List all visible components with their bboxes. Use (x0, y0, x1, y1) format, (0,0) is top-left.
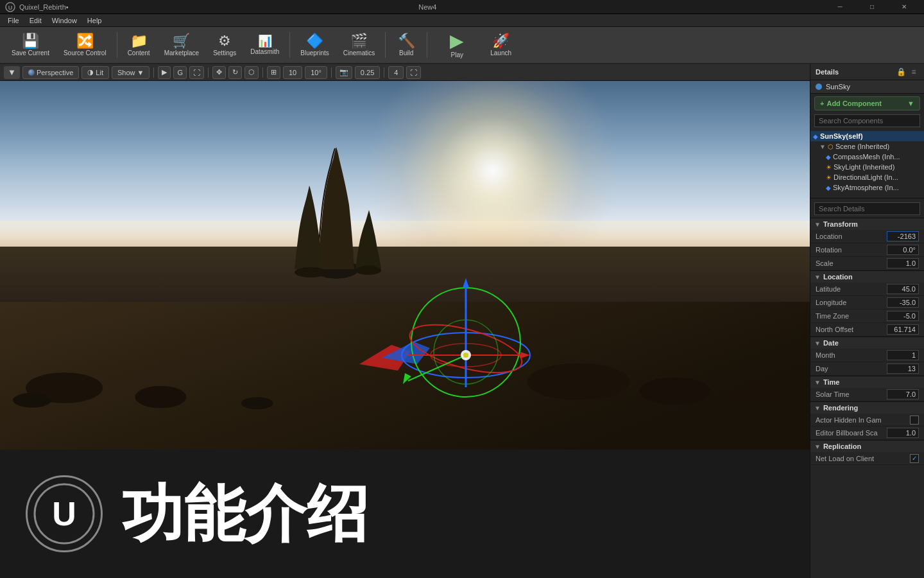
latitude-value[interactable]: 45.0 (887, 284, 919, 294)
time-section-header[interactable]: ▼ Time (810, 376, 924, 388)
vp-sep-4 (331, 67, 332, 78)
tree-item-dirlight[interactable]: ☀ DirectionalLight (In... (823, 172, 924, 182)
viewport-num-btn[interactable]: 4 (388, 66, 404, 79)
month-value[interactable]: 1 (887, 350, 919, 360)
viewport-num-label: 4 (394, 69, 398, 76)
grid-size-btn[interactable]: 10 (283, 66, 302, 79)
snap-angle-btn[interactable]: 10° (305, 66, 327, 79)
solartime-value[interactable]: 7.0 (887, 389, 919, 399)
menu-help[interactable]: Help (82, 14, 107, 27)
cinematics-button[interactable]: 🎬 Cinematics (337, 28, 381, 62)
northoffset-value[interactable]: 61.714 (887, 324, 919, 335)
date-section-header[interactable]: ▼ Date (810, 337, 924, 349)
prop-rotation: Rotation 0.0° (810, 243, 924, 257)
prop-scale: Scale 1.0 (810, 257, 924, 270)
prop-actor-hidden: Actor Hidden In Gam (810, 414, 924, 426)
scale-value[interactable]: 1.0 (887, 258, 919, 268)
launch-button[interactable]: 🚀 Launch (484, 28, 518, 62)
lock-icon[interactable]: 🔒 (896, 67, 906, 77)
datasmith-button[interactable]: 📊 Datasmith (244, 28, 286, 62)
svg-marker-20 (520, 352, 530, 358)
actor-hidden-label: Actor Hidden In Gam (816, 416, 910, 424)
content-button[interactable]: 📁 Content (121, 28, 157, 62)
camera-speed-btn[interactable]: 📷 (336, 66, 352, 79)
svg-point-6 (135, 386, 186, 408)
billboard-scale-value[interactable]: 1.0 (887, 428, 919, 438)
toolbar-separator-3 (385, 32, 386, 58)
scale-button[interactable]: ⬡ (244, 66, 259, 79)
panel-icons: 🔒 ≡ (896, 67, 919, 77)
close-button[interactable]: ✕ (889, 0, 919, 14)
skylight-icon: ☀ (826, 164, 832, 171)
tree-item-skylight[interactable]: ☀ SkyLight (Inherited) (823, 162, 924, 172)
content-icon: 📁 (130, 34, 148, 48)
viewport-toolbar: ▼ Perspective ◑ Lit Show ▼ ▶ G ⛶ ✥ ↻ ⬡ (0, 64, 810, 81)
self-icon: ◆ (813, 133, 818, 140)
lit-button[interactable]: ◑ Lit (81, 66, 109, 79)
cinematics-label: Cinematics (343, 49, 375, 57)
vp-sep-1 (153, 67, 154, 78)
component-label: SunSky (826, 83, 850, 91)
minimize-button[interactable]: ─ (825, 0, 855, 14)
translate-button[interactable]: ✥ (212, 66, 226, 79)
prop-latitude: Latitude 45.0 (810, 283, 924, 296)
rendering-section-header[interactable]: ▼ Rendering (810, 401, 924, 414)
prop-solartime: Solar Time 7.0 (810, 388, 924, 401)
perspective-button[interactable]: Perspective (22, 66, 79, 79)
details-tab[interactable]: Details (816, 68, 839, 76)
scale-value-btn[interactable]: 0.25 (355, 66, 380, 79)
net-load-checkbox[interactable] (910, 454, 919, 463)
source-control-button[interactable]: 🔀 Source Control (57, 28, 113, 62)
menu-window[interactable]: Window (47, 14, 82, 27)
tree-item-scene[interactable]: ▼ ⬡ Scene (Inherited) (817, 141, 924, 152)
svg-marker-18 (463, 278, 469, 288)
vp-sep-5 (384, 67, 384, 78)
grid-btn[interactable]: ⊞ (267, 66, 280, 79)
vp-sep-2 (208, 67, 209, 78)
day-value[interactable]: 13 (887, 363, 919, 374)
search-details-input[interactable] (814, 202, 920, 215)
skyatm-icon: ◆ (826, 184, 831, 191)
rotation-value[interactable]: 0.0° (887, 245, 919, 255)
settings-button[interactable]: ⚙ Settings (207, 28, 243, 62)
show-button[interactable]: Show ▼ (112, 66, 150, 79)
svg-point-4 (355, 266, 381, 275)
menu-edit[interactable]: Edit (24, 14, 47, 27)
fullscreen-button[interactable]: ⛶ (189, 66, 204, 79)
transform-section-header[interactable]: ▼ Transform (810, 218, 924, 230)
longitude-value[interactable]: -35.0 (887, 297, 919, 308)
rotate-button[interactable]: ↻ (228, 66, 242, 79)
location-value[interactable]: -2163 (887, 231, 919, 241)
blueprints-button[interactable]: 🔷 Blueprints (294, 28, 335, 62)
build-button[interactable]: 🔨 Build (389, 28, 423, 62)
actor-hidden-checkbox[interactable] (910, 416, 919, 425)
3d-viewport[interactable] (0, 81, 810, 450)
transform-section-title: Transform (823, 220, 858, 228)
tree-item-skyatm[interactable]: ◆ SkyAtmosphere (In... (823, 182, 924, 193)
location-section-header[interactable]: ▼ Location (810, 270, 924, 283)
search-components-input[interactable] (814, 114, 920, 127)
menu-file[interactable]: File (3, 14, 24, 27)
g-buffer-button[interactable]: G (173, 66, 187, 79)
timezone-label: Time Zone (816, 312, 887, 320)
maximize-button[interactable]: □ (857, 0, 887, 14)
realtime-button[interactable]: ▶ (158, 66, 171, 79)
viewport-menu-button[interactable]: ▼ (4, 66, 20, 79)
marketplace-button[interactable]: 🛒 Marketplace (158, 28, 205, 62)
play-button[interactable]: ▶ Play (431, 28, 483, 62)
replication-section-header[interactable]: ▼ Replication (810, 440, 924, 452)
tree-item-self[interactable]: ◆ SunSky(self) (810, 131, 924, 141)
timezone-value[interactable]: -5.0 (887, 311, 919, 321)
svg-point-10 (13, 393, 51, 408)
northoffset-label: North Offset (816, 326, 887, 333)
transform-gizmo[interactable] (389, 272, 543, 413)
panel-menu-icon[interactable]: ≡ (909, 67, 919, 77)
add-component-button[interactable]: + Add Component ▼ (814, 96, 920, 110)
content-label: Content (128, 49, 150, 57)
svg-point-11 (241, 398, 273, 410)
svg-point-24 (463, 353, 468, 358)
save-current-button[interactable]: 💾 Save Current (5, 28, 56, 62)
viewport-expand-btn[interactable]: ⛶ (406, 66, 421, 79)
tree-item-compass[interactable]: ◆ CompassMesh (Inh... (823, 152, 924, 162)
tree-label-skyatm: SkyAtmosphere (In... (833, 184, 899, 191)
